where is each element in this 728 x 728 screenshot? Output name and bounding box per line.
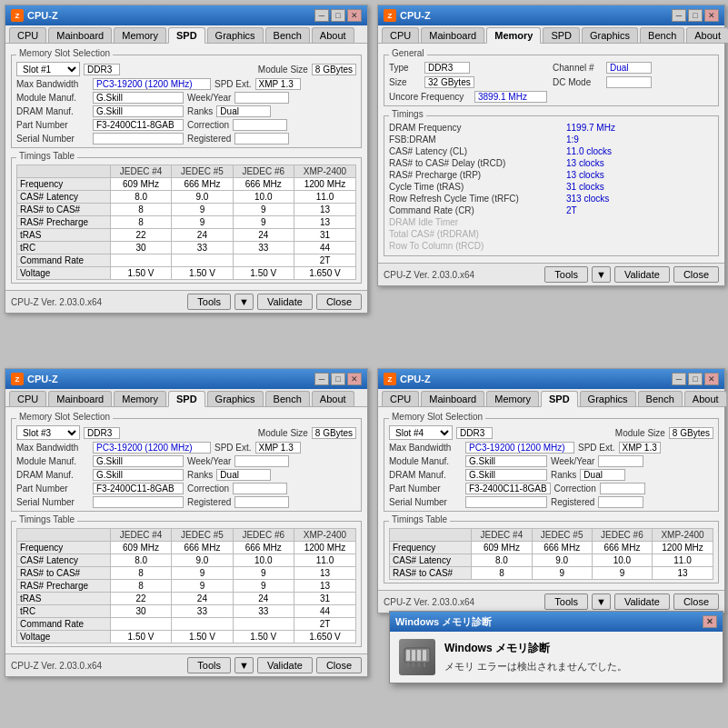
- close-btn-footer-2[interactable]: Close: [673, 266, 719, 283]
- maximize-btn-4[interactable]: □: [688, 373, 703, 385]
- col-jedec5-1: JEDEC #5: [172, 165, 233, 178]
- part-num-val-1: F3-2400C11-8GAB: [93, 119, 184, 131]
- timing-table-4: JEDEC #4 JEDEC #5 JEDEC #6 XMP-2400 Freq…: [389, 528, 713, 580]
- validate-btn-3[interactable]: Validate: [257, 657, 313, 673]
- minimize-btn-1[interactable]: ─: [314, 9, 329, 22]
- trfc-label-2: Row Refresh Cycle Time (tRFC): [389, 194, 566, 204]
- tab-cpu-4[interactable]: CPU: [382, 391, 419, 406]
- minimize-btn-3[interactable]: ─: [314, 373, 329, 385]
- table-row: RAS# to CAS# 89913: [17, 204, 356, 216]
- popup-close-btn[interactable]: ✕: [703, 615, 717, 628]
- table-row: Voltage 1.50 V1.50 V1.50 V1.650 V: [17, 267, 356, 280]
- tab-mainboard-4[interactable]: Mainboard: [421, 391, 484, 406]
- maximize-btn-3[interactable]: □: [331, 373, 345, 385]
- footer-3: CPU-Z Ver. 2.03.0.x64 Tools ▼ Validate C…: [5, 653, 367, 676]
- dram-freq-label: DRAM Frequency: [389, 123, 566, 133]
- tab-graphics-4[interactable]: Graphics: [580, 391, 636, 406]
- channel-label-2: Channel #: [553, 63, 603, 73]
- title-text-2: Z CPU-Z: [384, 9, 431, 22]
- tab-spd-2[interactable]: SPD: [543, 27, 580, 43]
- week-year-label-1: Week/Year: [187, 93, 231, 103]
- tools-dropdown-3[interactable]: ▼: [234, 657, 254, 673]
- close-btn-2[interactable]: ✕: [704, 9, 719, 22]
- close-btn-footer-4[interactable]: Close: [673, 593, 719, 610]
- row-volt-label-1: Voltage: [17, 267, 111, 280]
- table-row: Frequency 609 MHz666 MHz666 MHz1200 MHz: [17, 542, 356, 554]
- tab-memory-3[interactable]: Memory: [114, 391, 166, 406]
- tools-dropdown-1[interactable]: ▼: [234, 294, 254, 310]
- tab-mainboard-2[interactable]: Mainboard: [421, 27, 484, 43]
- slot-select-1[interactable]: Slot #1Slot #2Slot #3Slot #4: [16, 62, 80, 76]
- timings-label-2: Timings: [389, 109, 426, 119]
- tab-memory-4[interactable]: Memory: [486, 391, 539, 406]
- slot-select-4[interactable]: Slot #1Slot #2Slot #3Slot #4: [389, 425, 453, 440]
- svg-rect-4: [423, 650, 426, 661]
- slot-section-label-3: Memory Slot Selection: [16, 412, 113, 422]
- registered-val-1: [234, 133, 289, 145]
- tab-graphics-1[interactable]: Graphics: [207, 27, 264, 43]
- trp-val-2: 13 clocks: [566, 170, 604, 180]
- close-btn-3[interactable]: ✕: [347, 373, 362, 385]
- window-4: Z CPU-Z ─ □ ✕ CPU Mainboard Memory SPD G…: [377, 368, 725, 613]
- tab-spd-3[interactable]: SPD: [168, 391, 205, 407]
- title-bar-4[interactable]: Z CPU-Z ─ □ ✕: [378, 369, 724, 389]
- table-row: tRAS 22242431: [17, 229, 356, 242]
- tab-graphics-2[interactable]: Graphics: [582, 27, 638, 43]
- title-bar-3[interactable]: Z CPU-Z ─ □ ✕: [5, 369, 367, 389]
- maximize-btn-2[interactable]: □: [688, 9, 703, 22]
- timing-table-1: JEDEC #4 JEDEC #5 JEDEC #6 XMP-2400 Freq…: [16, 165, 356, 280]
- tab-about-4[interactable]: About: [684, 391, 727, 406]
- tab-cpu-2[interactable]: CPU: [382, 27, 419, 43]
- close-btn-4[interactable]: ✕: [704, 373, 719, 385]
- close-btn-footer-3[interactable]: Close: [316, 657, 362, 673]
- tab-cpu-1[interactable]: CPU: [9, 27, 46, 43]
- max-bw-label-1: Max Bandwidth: [16, 79, 89, 89]
- table-row: RAS# Precharge 89913: [17, 580, 356, 593]
- title-bar-2[interactable]: Z CPU-Z ─ □ ✕: [378, 5, 724, 25]
- maximize-btn-1[interactable]: □: [331, 9, 345, 22]
- tab-memory-2[interactable]: Memory: [486, 27, 541, 44]
- tab-bench-3[interactable]: Bench: [265, 391, 310, 406]
- tab-cpu-3[interactable]: CPU: [9, 391, 46, 406]
- timings-section-1: Timings Table JEDEC #4 JEDEC #5 JEDEC #6…: [11, 157, 362, 284]
- timings-label-1: Timings Table: [16, 151, 77, 161]
- validate-btn-4[interactable]: Validate: [614, 593, 670, 610]
- tab-memory-1[interactable]: Memory: [114, 27, 166, 43]
- tools-btn-1[interactable]: Tools: [187, 294, 231, 310]
- ver-text-3: CPU-Z Ver. 2.03.0.x64: [11, 661, 184, 671]
- tab-mainboard-1[interactable]: Mainboard: [48, 27, 112, 43]
- minimize-btn-4[interactable]: ─: [672, 373, 686, 385]
- validate-btn-1[interactable]: Validate: [257, 294, 313, 310]
- tools-btn-3[interactable]: Tools: [187, 657, 231, 673]
- content-3: Memory Slot Selection Slot #1Slot #2Slot…: [5, 407, 367, 653]
- dc-mode-label-2: DC Mode: [553, 77, 603, 87]
- general-label-2: General: [389, 48, 427, 58]
- tab-graphics-3[interactable]: Graphics: [207, 391, 264, 406]
- close-btn-footer-1[interactable]: Close: [316, 294, 362, 310]
- tab-bench-4[interactable]: Bench: [638, 391, 683, 406]
- tab-mainboard-3[interactable]: Mainboard: [48, 391, 112, 406]
- slot-select-3[interactable]: Slot #1Slot #2Slot #3Slot #4: [16, 425, 80, 440]
- tools-dropdown-2[interactable]: ▼: [592, 266, 611, 283]
- tab-about-3[interactable]: About: [312, 391, 354, 406]
- minimize-btn-2[interactable]: ─: [672, 9, 686, 22]
- timing-table-3: JEDEC #4 JEDEC #5 JEDEC #6 XMP-2400 Freq…: [16, 528, 356, 643]
- table-row: CAS# Latency 8.09.010.011.0: [17, 554, 356, 567]
- tools-btn-4[interactable]: Tools: [544, 593, 588, 610]
- tab-bench-1[interactable]: Bench: [265, 27, 310, 43]
- close-btn-1[interactable]: ✕: [347, 9, 362, 22]
- title-bar-1[interactable]: Z CPU-Z ─ □ ✕: [5, 5, 367, 25]
- validate-btn-2[interactable]: Validate: [614, 266, 670, 283]
- tab-bar-2: CPU Mainboard Memory SPD Graphics Bench …: [378, 25, 724, 44]
- tab-spd-4[interactable]: SPD: [541, 391, 578, 407]
- tools-btn-2[interactable]: Tools: [544, 266, 588, 283]
- tab-bench-2[interactable]: Bench: [640, 27, 684, 43]
- tools-dropdown-4[interactable]: ▼: [592, 593, 611, 610]
- tab-about-1[interactable]: About: [312, 27, 354, 43]
- tab-spd-1[interactable]: SPD: [168, 27, 205, 44]
- popup-body: Windows メモリ診断 メモリ エラーは検出されませんでした。: [390, 632, 723, 683]
- popup-title-bar[interactable]: Windows メモリ診断 ✕: [390, 612, 723, 632]
- tab-about-2[interactable]: About: [686, 27, 728, 43]
- correction-label-1: Correction: [187, 120, 229, 130]
- week-year-val-1: [234, 92, 289, 104]
